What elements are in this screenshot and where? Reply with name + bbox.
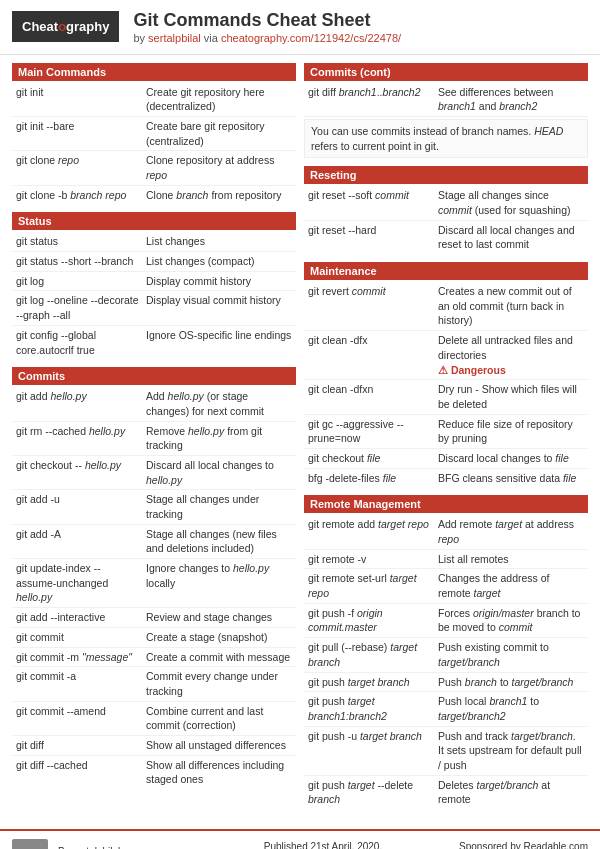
header-title: Git Commands Cheat Sheet by sertalpbilal…: [133, 10, 401, 44]
table-row: git clone -b branch repo Clone branch fr…: [12, 186, 296, 205]
cmd: git commit -a: [16, 669, 146, 698]
desc: List changes (compact): [146, 254, 292, 269]
table-row: git revert commit Creates a new commit o…: [304, 282, 588, 331]
table-row: git gc --aggressive --prune=now Reduce f…: [304, 415, 588, 449]
table-row: git add -u Stage all changes under track…: [12, 490, 296, 524]
cmd: git pull (--rebase) target branch: [308, 640, 438, 669]
desc: Push branch to target/branch: [438, 675, 584, 690]
url-link[interactable]: cheatography.com/121942/cs/22478/: [221, 32, 401, 44]
cmd: git init --bare: [16, 119, 146, 148]
desc: Create bare git repository (centralized): [146, 119, 292, 148]
table-row: git clean -dfx Delete all untracked file…: [304, 331, 588, 380]
cmd: git commit -m "message": [16, 650, 146, 665]
cmd: git push target --delete branch: [308, 778, 438, 807]
table-row: git remote add target repo Add remote ta…: [304, 515, 588, 549]
desc: Creates a new commit out of an old commi…: [438, 284, 584, 328]
desc: Ignore changes to hello.py locally: [146, 561, 292, 605]
table-row: git init --bare Create bare git reposito…: [12, 117, 296, 151]
table-row: git checkout file Discard local changes …: [304, 449, 588, 469]
desc: Deletes target/branch at remote: [438, 778, 584, 807]
footer-logo: C: [12, 839, 48, 849]
cmd: git status: [16, 234, 146, 249]
cmd: git reset --soft commit: [308, 188, 438, 217]
table-row: git reset --hard Discard all local chang…: [304, 221, 588, 254]
cmd: git push target branch: [308, 675, 438, 690]
section-header-commits: Commits: [12, 367, 296, 385]
desc: Display visual commit history: [146, 293, 292, 322]
footer: C By sertalpbilal cheatography.com/serta…: [0, 829, 600, 849]
cmd: git gc --aggressive --prune=now: [308, 417, 438, 446]
desc: List all remotes: [438, 552, 584, 567]
section-commits: Commits git add hello.py Add hello.py (o…: [12, 367, 296, 789]
desc: Reduce file size of repository by prunin…: [438, 417, 584, 446]
desc: Add hello.py (or stage changes) for next…: [146, 389, 292, 418]
section-body-commits: git add hello.py Add hello.py (or stage …: [12, 387, 296, 789]
table-row: git init Create git repository here (dec…: [12, 83, 296, 117]
desc: Commit every change under tracking: [146, 669, 292, 698]
cmd: git add -u: [16, 492, 146, 521]
table-row: git push -f origin commit.master Forces …: [304, 604, 588, 638]
table-row: git pull (--rebase) target branch Push e…: [304, 638, 588, 672]
page: Cheatography Git Commands Cheat Sheet by…: [0, 0, 600, 849]
cmd: git push target branch1:branch2: [308, 694, 438, 723]
cmd: git remote -v: [308, 552, 438, 567]
desc: Clone branch from repository: [146, 188, 292, 203]
desc: Stage all changes under tracking: [146, 492, 292, 521]
cmd: git add -A: [16, 527, 146, 556]
desc: Create git repository here (decentralize…: [146, 85, 292, 114]
desc: Forces origin/master branch to be moved …: [438, 606, 584, 635]
cmd: git revert commit: [308, 284, 438, 328]
cmd: git push -f origin commit.master: [308, 606, 438, 635]
table-row: git rm --cached hello.py Remove hello.py…: [12, 422, 296, 456]
section-reseting: Reseting git reset --soft commit Stage a…: [304, 166, 588, 254]
section-body-commits-cont: git diff branch1..branch2 See difference…: [304, 83, 588, 159]
table-row: git add -A Stage all changes (new files …: [12, 525, 296, 559]
section-header-main-commands: Main Commands: [12, 63, 296, 81]
danger-label: ⚠ Dangerous: [438, 364, 506, 376]
table-row: git add --interactive Review and stage c…: [12, 608, 296, 628]
section-maintenance: Maintenance git revert commit Creates a …: [304, 262, 588, 487]
table-row: git clean -dfxn Dry run - Show which fil…: [304, 380, 588, 414]
section-status: Status git status List changes git statu…: [12, 212, 296, 359]
desc: Ignore OS-specific line endings: [146, 328, 292, 357]
section-main-commands: Main Commands git init Create git reposi…: [12, 63, 296, 205]
desc: Clone repository at address repo: [146, 153, 292, 182]
cmd: git remote set-url target repo: [308, 571, 438, 600]
cmd: git rm --cached hello.py: [16, 424, 146, 453]
cmd: git add --interactive: [16, 610, 146, 625]
desc: Remove hello.py from git tracking: [146, 424, 292, 453]
cmd: git init: [16, 85, 146, 114]
cmd: git status --short --branch: [16, 254, 146, 269]
footer-sponsor: Sponsored by Readable.com: [411, 841, 588, 849]
table-row: git commit -m "message" Create a commit …: [12, 648, 296, 668]
section-header-status: Status: [12, 212, 296, 230]
right-column: Commits (cont) git diff branch1..branch2…: [300, 63, 592, 817]
header-subtitle: by sertalpbilal via cheatography.com/121…: [133, 32, 401, 44]
desc: Show all differences including staged on…: [146, 758, 292, 787]
table-row: git log --oneline --decorate --graph --a…: [12, 291, 296, 325]
main-content: Main Commands git init Create git reposi…: [0, 55, 600, 825]
author-link[interactable]: sertalpbilal: [148, 32, 201, 44]
cmd: git push -u target branch: [308, 729, 438, 773]
cmd: git clone -b branch repo: [16, 188, 146, 203]
table-row: git diff Show all unstaged differences: [12, 736, 296, 756]
desc: Discard all local changes to hello.py: [146, 458, 292, 487]
desc: Discard local changes to file: [438, 451, 584, 466]
section-body-reseting: git reset --soft commit Stage all change…: [304, 186, 588, 254]
footer-right: Sponsored by Readable.com Measure your w…: [411, 841, 588, 849]
table-row: git remote -v List all remotes: [304, 550, 588, 570]
desc: Create a commit with message: [146, 650, 292, 665]
footer-published: Published 21st April, 2020.: [235, 841, 412, 849]
section-body-remote-management: git remote add target repo Add remote ta…: [304, 515, 588, 809]
cmd: git commit --amend: [16, 704, 146, 733]
cmd: bfg -delete-files file: [308, 471, 438, 486]
table-row: git commit --amend Combine current and l…: [12, 702, 296, 736]
desc: Push and track target/branch. It sets up…: [438, 729, 584, 773]
desc: Stage all changes since commit (used for…: [438, 188, 584, 217]
table-row: git commit Create a stage (snapshot): [12, 628, 296, 648]
page-title: Git Commands Cheat Sheet: [133, 10, 401, 32]
table-row: git clone repo Clone repository at addre…: [12, 151, 296, 185]
section-commits-cont: Commits (cont) git diff branch1..branch2…: [304, 63, 588, 159]
cmd: git update-index --assume-unchanged hell…: [16, 561, 146, 605]
cmd: git diff: [16, 738, 146, 753]
